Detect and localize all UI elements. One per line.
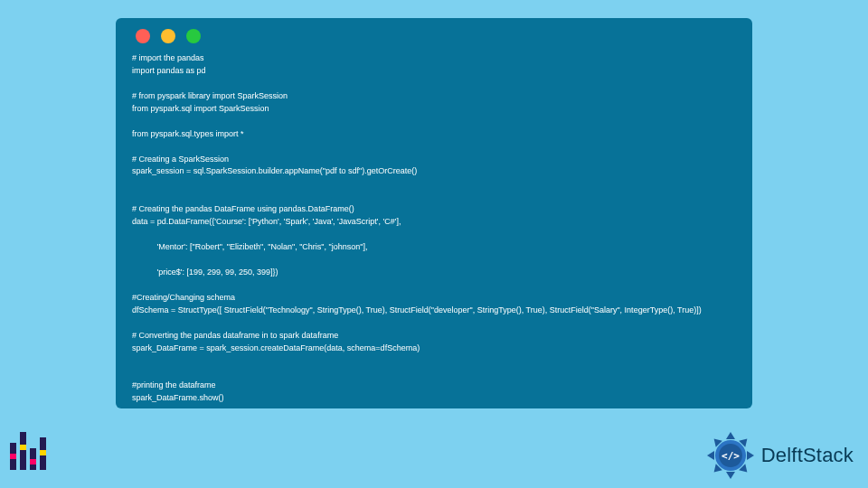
svg-rect-7: [40, 450, 46, 455]
svg-rect-5: [20, 445, 26, 450]
svg-text:</>: </>: [722, 450, 740, 462]
brand-emblem-icon: </>: [705, 430, 756, 481]
brand-logo: </> DelftStack: [705, 430, 854, 481]
minimize-icon: [161, 29, 175, 43]
svg-marker-10: [747, 451, 754, 460]
left-logo-icon: [6, 427, 50, 477]
svg-rect-4: [10, 454, 16, 459]
code-window: # import the pandas import pandas as pd …: [116, 18, 752, 408]
brand-name: DelftStack: [761, 444, 854, 467]
svg-marker-8: [726, 432, 735, 439]
code-block: # import the pandas import pandas as pd …: [132, 52, 736, 405]
maximize-icon: [186, 29, 201, 43]
svg-marker-12: [726, 472, 735, 479]
window-controls: [136, 29, 736, 43]
svg-rect-6: [30, 459, 36, 465]
svg-rect-1: [20, 432, 26, 470]
close-icon: [136, 29, 150, 43]
svg-marker-14: [707, 451, 714, 460]
